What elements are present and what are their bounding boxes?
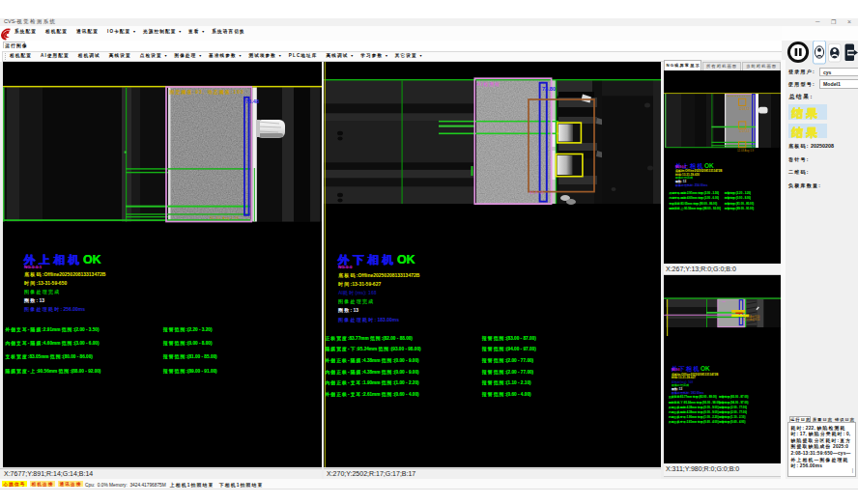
svg-text:12.03 Avg:1.9: 12.03 Avg:1.9 xyxy=(737,149,755,153)
svg-text:固定阈值:93, 动态阈值:100: 固定阈值:93, 动态阈值:100 xyxy=(170,89,244,96)
svg-text:73.48: 73.48 xyxy=(245,98,259,104)
svg-text:AI85: AI85 xyxy=(721,300,727,303)
svg-text:12.07,5.1: 12.07,5.1 xyxy=(739,129,750,133)
svg-text:S2-S1 Avg:1.98: S2-S1 Avg:1.98 xyxy=(210,216,240,220)
svg-text:S2.23 67.2 34.13 9.50: S2.23 67.2 34.13 9.50 xyxy=(728,95,751,98)
svg-text:73.80: 73.80 xyxy=(542,86,556,92)
svg-text:12.03 Avg:9.50: 12.03 Avg:9.50 xyxy=(743,318,760,322)
svg-text:AI检测框: AI检测框 xyxy=(477,81,500,87)
svg-text:S1.9 13: S1.9 13 xyxy=(529,191,544,195)
svg-text:12.03,7.2: 12.03,7.2 xyxy=(739,107,750,111)
